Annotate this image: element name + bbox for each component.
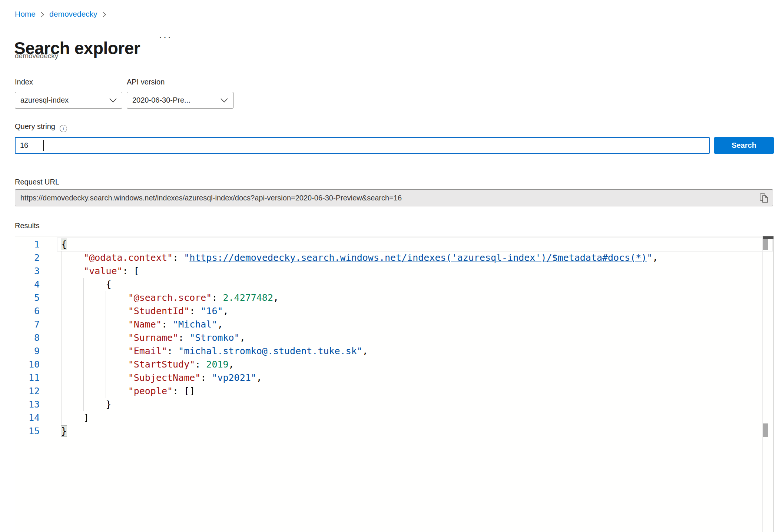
search-explorer-page: Home demovedecky Search explorer ··· dem… <box>0 0 779 532</box>
code-text: "Name": "Michal", <box>40 318 223 331</box>
index-select-value: azuresql-index <box>20 96 69 104</box>
request-url-value: https://demovedecky.search.windows.net/i… <box>20 194 402 202</box>
breadcrumb-home-link[interactable]: Home <box>15 10 36 19</box>
code-line: 4 { <box>15 278 773 291</box>
request-url-field[interactable]: https://demovedecky.search.windows.net/i… <box>15 189 773 206</box>
code-line: 8 "Surname": "Stromko", <box>15 331 773 345</box>
line-number: 10 <box>15 358 40 371</box>
code-text: } <box>40 425 67 438</box>
code-text: "@odata.context": "https://demovedecky.s… <box>40 251 658 265</box>
index-select[interactable]: azuresql-index <box>15 92 122 109</box>
api-version-select-value: 2020-06-30-Pre... <box>132 96 190 104</box>
code-text: { <box>40 278 111 291</box>
code-line: 13 } <box>15 398 773 411</box>
line-number: 15 <box>15 425 40 438</box>
code-text: "StudentId": "16", <box>40 305 229 318</box>
code-line: 9 "Email": "michal.stromko@.student.tuke… <box>15 345 773 358</box>
code-line: 2 "@odata.context": "https://demovedecky… <box>15 251 773 265</box>
search-button[interactable]: Search <box>714 137 774 154</box>
overview-ruler-bracket-mark <box>763 239 768 250</box>
odata-context-link[interactable]: https://demovedecky.search.windows.net/i… <box>189 252 647 263</box>
matched-bracket: { <box>61 239 67 250</box>
more-menu-button[interactable]: ··· <box>159 31 172 42</box>
code-line: 12 "people": [] <box>15 385 773 398</box>
overview-ruler-bracket-mark <box>763 423 768 437</box>
code-text: "people": [] <box>40 385 195 398</box>
matched-bracket: } <box>61 426 67 436</box>
code-text: } <box>40 398 111 411</box>
code-line: 7 "Name": "Michal", <box>15 318 773 331</box>
line-number: 6 <box>15 305 40 318</box>
line-number: 2 <box>15 251 40 265</box>
code-text: "Surname": "Stromko", <box>40 331 245 345</box>
info-icon[interactable]: i <box>60 125 67 132</box>
chevron-right-icon <box>40 11 44 18</box>
code-text: ] <box>40 411 89 425</box>
results-editor[interactable]: 1{2 "@odata.context": "https://demovedec… <box>15 236 774 532</box>
code-line: 1{ <box>15 238 773 251</box>
code-lines: 1{2 "@odata.context": "https://demovedec… <box>15 238 773 438</box>
line-number: 9 <box>15 345 40 358</box>
line-number: 8 <box>15 331 40 345</box>
page-subtitle: demovedecky <box>15 52 58 60</box>
chevron-right-icon <box>102 11 106 18</box>
line-number: 1 <box>15 238 40 251</box>
line-number: 5 <box>15 291 40 305</box>
code-line: 15} <box>15 425 773 438</box>
copy-icon[interactable] <box>759 193 769 203</box>
code-text: { <box>40 238 67 251</box>
request-url-label: Request URL <box>15 178 59 186</box>
line-number: 4 <box>15 278 40 291</box>
query-input-wrap <box>15 137 710 154</box>
code-text: "value": [ <box>40 265 139 278</box>
query-input[interactable] <box>15 137 710 154</box>
index-label: Index <box>15 78 33 86</box>
code-text: "SubjectName": "vp2021", <box>40 371 262 385</box>
line-number: 11 <box>15 371 40 385</box>
chevron-down-icon <box>109 98 117 103</box>
code-line: 5 "@search.score": 2.4277482, <box>15 291 773 305</box>
api-version-label: API version <box>127 78 165 86</box>
line-number: 12 <box>15 385 40 398</box>
results-editor-content: 1{2 "@odata.context": "https://demovedec… <box>15 236 773 532</box>
text-caret <box>43 140 44 151</box>
code-line: 3 "value": [ <box>15 265 773 278</box>
line-number: 7 <box>15 318 40 331</box>
line-number: 13 <box>15 398 40 411</box>
results-label: Results <box>15 222 40 230</box>
overview-ruler-edge <box>762 236 763 532</box>
query-string-label-text: Query string <box>15 122 55 130</box>
code-line: 11 "SubjectName": "vp2021", <box>15 371 773 385</box>
code-line: 6 "StudentId": "16", <box>15 305 773 318</box>
code-text: "@search.score": 2.4277482, <box>40 291 279 305</box>
breadcrumb-demovedecky-link[interactable]: demovedecky <box>49 10 97 19</box>
line-number: 3 <box>15 265 40 278</box>
query-string-label: Query stringi <box>15 122 67 132</box>
chevron-down-icon <box>221 98 228 103</box>
breadcrumb: Home demovedecky <box>15 10 106 19</box>
code-line: 10 "StartStudy": 2019, <box>15 358 773 371</box>
code-text: "Email": "michal.stromko@.student.tuke.s… <box>40 345 368 358</box>
line-number: 14 <box>15 411 40 425</box>
overview-ruler-cursor-mark <box>763 236 773 239</box>
code-text: "StartStudy": 2019, <box>40 358 234 371</box>
api-version-select[interactable]: 2020-06-30-Pre... <box>127 92 233 109</box>
code-line: 14 ] <box>15 411 773 425</box>
